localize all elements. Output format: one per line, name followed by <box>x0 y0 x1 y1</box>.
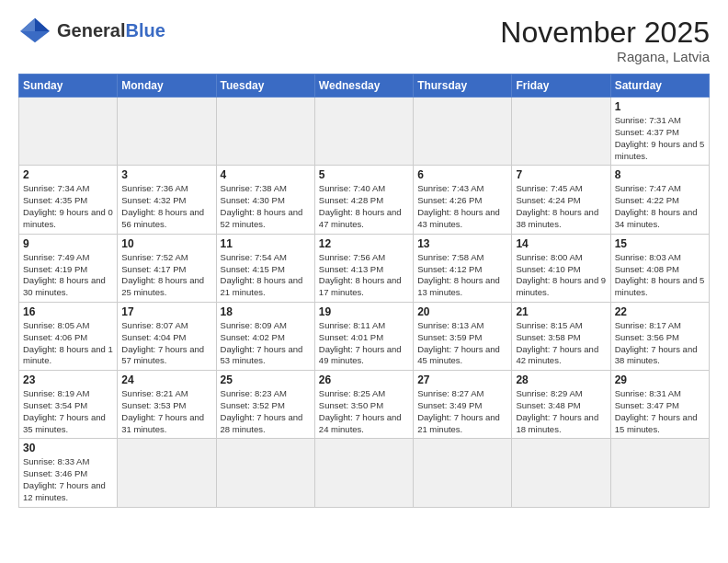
day-number: 5 <box>319 168 409 181</box>
calendar-cell: 16Sunrise: 8:05 AM Sunset: 4:06 PM Dayli… <box>19 302 118 370</box>
calendar-header: SundayMondayTuesdayWednesdayThursdayFrid… <box>19 75 710 98</box>
day-number: 29 <box>615 373 705 386</box>
day-number: 22 <box>615 305 705 318</box>
day-info: Sunrise: 8:17 AM Sunset: 3:56 PM Dayligh… <box>615 320 705 367</box>
day-number: 27 <box>417 373 507 386</box>
calendar-cell: 22Sunrise: 8:17 AM Sunset: 3:56 PM Dayli… <box>610 302 709 370</box>
day-number: 12 <box>319 237 409 250</box>
calendar-cell <box>19 98 118 166</box>
day-number: 10 <box>121 237 211 250</box>
calendar-cell: 20Sunrise: 8:13 AM Sunset: 3:59 PM Dayli… <box>414 302 512 370</box>
calendar-cell: 23Sunrise: 8:19 AM Sunset: 3:54 PM Dayli… <box>19 371 118 439</box>
day-info: Sunrise: 7:38 AM Sunset: 4:30 PM Dayligh… <box>221 183 311 230</box>
day-number: 13 <box>417 237 507 250</box>
calendar-cell <box>414 439 512 507</box>
day-number: 14 <box>516 237 606 250</box>
day-info: Sunrise: 7:45 AM Sunset: 4:24 PM Dayligh… <box>516 183 606 230</box>
week-row-1: 2Sunrise: 7:34 AM Sunset: 4:35 PM Daylig… <box>19 166 710 234</box>
day-info: Sunrise: 7:54 AM Sunset: 4:15 PM Dayligh… <box>221 252 311 299</box>
day-info: Sunrise: 8:09 AM Sunset: 4:02 PM Dayligh… <box>221 320 311 367</box>
svg-marker-2 <box>20 18 35 31</box>
day-info: Sunrise: 8:03 AM Sunset: 4:08 PM Dayligh… <box>615 252 705 299</box>
day-info: Sunrise: 8:00 AM Sunset: 4:10 PM Dayligh… <box>516 252 606 299</box>
day-info: Sunrise: 7:34 AM Sunset: 4:35 PM Dayligh… <box>23 183 113 230</box>
calendar-cell <box>216 98 314 166</box>
calendar-cell: 4Sunrise: 7:38 AM Sunset: 4:30 PM Daylig… <box>216 166 314 234</box>
calendar-cell: 15Sunrise: 8:03 AM Sunset: 4:08 PM Dayli… <box>610 234 709 302</box>
day-number: 30 <box>23 442 113 454</box>
day-info: Sunrise: 7:40 AM Sunset: 4:28 PM Dayligh… <box>319 183 409 230</box>
page: GeneralBlue November 2025 Ragana, Latvia… <box>0 0 728 517</box>
day-number: 1 <box>615 100 705 113</box>
calendar-cell: 18Sunrise: 8:09 AM Sunset: 4:02 PM Dayli… <box>216 302 314 370</box>
day-number: 23 <box>23 373 113 386</box>
calendar-cell <box>314 98 413 166</box>
weekday-row: SundayMondayTuesdayWednesdayThursdayFrid… <box>19 75 710 98</box>
day-info: Sunrise: 8:05 AM Sunset: 4:06 PM Dayligh… <box>23 320 113 367</box>
calendar-cell: 7Sunrise: 7:45 AM Sunset: 4:24 PM Daylig… <box>512 166 610 234</box>
logo: GeneralBlue <box>18 17 165 44</box>
calendar-cell: 30Sunrise: 8:33 AM Sunset: 3:46 PM Dayli… <box>19 439 118 507</box>
day-info: Sunrise: 7:31 AM Sunset: 4:37 PM Dayligh… <box>615 115 705 162</box>
day-number: 26 <box>319 373 409 386</box>
week-row-4: 23Sunrise: 8:19 AM Sunset: 3:54 PM Dayli… <box>19 371 710 439</box>
day-info: Sunrise: 8:11 AM Sunset: 4:01 PM Dayligh… <box>319 320 409 367</box>
weekday-header-tuesday: Tuesday <box>216 75 314 98</box>
calendar: SundayMondayTuesdayWednesdayThursdayFrid… <box>18 74 710 508</box>
day-number: 28 <box>516 373 606 386</box>
header: GeneralBlue November 2025 Ragana, Latvia <box>18 17 710 64</box>
day-number: 25 <box>221 373 311 386</box>
day-number: 8 <box>615 168 705 181</box>
day-number: 6 <box>417 168 507 181</box>
calendar-cell: 6Sunrise: 7:43 AM Sunset: 4:26 PM Daylig… <box>414 166 512 234</box>
day-number: 24 <box>121 373 211 386</box>
calendar-cell: 28Sunrise: 8:29 AM Sunset: 3:48 PM Dayli… <box>512 371 610 439</box>
day-info: Sunrise: 8:19 AM Sunset: 3:54 PM Dayligh… <box>23 388 113 435</box>
calendar-cell: 27Sunrise: 8:27 AM Sunset: 3:49 PM Dayli… <box>414 371 512 439</box>
calendar-cell: 19Sunrise: 8:11 AM Sunset: 4:01 PM Dayli… <box>314 302 413 370</box>
weekday-header-sunday: Sunday <box>19 75 118 98</box>
day-number: 18 <box>221 305 311 318</box>
calendar-cell: 21Sunrise: 8:15 AM Sunset: 3:58 PM Dayli… <box>512 302 610 370</box>
week-row-0: 1Sunrise: 7:31 AM Sunset: 4:37 PM Daylig… <box>19 98 710 166</box>
weekday-header-saturday: Saturday <box>610 75 709 98</box>
calendar-cell <box>118 439 216 507</box>
day-number: 3 <box>121 168 211 181</box>
day-info: Sunrise: 8:33 AM Sunset: 3:46 PM Dayligh… <box>23 456 113 503</box>
day-info: Sunrise: 7:43 AM Sunset: 4:26 PM Dayligh… <box>417 183 507 230</box>
day-info: Sunrise: 7:56 AM Sunset: 4:13 PM Dayligh… <box>319 252 409 299</box>
logo-blue: Blue <box>125 20 165 40</box>
calendar-cell: 26Sunrise: 8:25 AM Sunset: 3:50 PM Dayli… <box>314 371 413 439</box>
calendar-cell: 24Sunrise: 8:21 AM Sunset: 3:53 PM Dayli… <box>118 371 216 439</box>
day-info: Sunrise: 8:13 AM Sunset: 3:59 PM Dayligh… <box>417 320 507 367</box>
calendar-cell: 9Sunrise: 7:49 AM Sunset: 4:19 PM Daylig… <box>19 234 118 302</box>
calendar-cell <box>216 439 314 507</box>
day-number: 17 <box>121 305 211 318</box>
generalblue-logo-icon <box>18 17 51 44</box>
calendar-cell <box>512 98 610 166</box>
day-number: 16 <box>23 305 113 318</box>
day-number: 11 <box>221 237 311 250</box>
calendar-cell: 2Sunrise: 7:34 AM Sunset: 4:35 PM Daylig… <box>19 166 118 234</box>
calendar-cell <box>314 439 413 507</box>
calendar-cell: 8Sunrise: 7:47 AM Sunset: 4:22 PM Daylig… <box>610 166 709 234</box>
calendar-cell <box>512 439 610 507</box>
calendar-cell <box>610 439 709 507</box>
location-subtitle: Ragana, Latvia <box>500 49 710 64</box>
weekday-header-friday: Friday <box>512 75 610 98</box>
day-info: Sunrise: 7:49 AM Sunset: 4:19 PM Dayligh… <box>23 252 113 299</box>
calendar-body: 1Sunrise: 7:31 AM Sunset: 4:37 PM Daylig… <box>19 98 710 508</box>
day-info: Sunrise: 8:25 AM Sunset: 3:50 PM Dayligh… <box>319 388 409 435</box>
day-info: Sunrise: 7:47 AM Sunset: 4:22 PM Dayligh… <box>615 183 705 230</box>
calendar-cell: 3Sunrise: 7:36 AM Sunset: 4:32 PM Daylig… <box>118 166 216 234</box>
title-block: November 2025 Ragana, Latvia <box>500 17 710 64</box>
week-row-5: 30Sunrise: 8:33 AM Sunset: 3:46 PM Dayli… <box>19 439 710 507</box>
day-info: Sunrise: 8:21 AM Sunset: 3:53 PM Dayligh… <box>121 388 211 435</box>
calendar-cell: 1Sunrise: 7:31 AM Sunset: 4:37 PM Daylig… <box>610 98 709 166</box>
calendar-cell: 29Sunrise: 8:31 AM Sunset: 3:47 PM Dayli… <box>610 371 709 439</box>
calendar-cell: 17Sunrise: 8:07 AM Sunset: 4:04 PM Dayli… <box>118 302 216 370</box>
day-number: 15 <box>615 237 705 250</box>
day-number: 2 <box>23 168 113 181</box>
weekday-header-thursday: Thursday <box>414 75 512 98</box>
day-info: Sunrise: 8:29 AM Sunset: 3:48 PM Dayligh… <box>516 388 606 435</box>
